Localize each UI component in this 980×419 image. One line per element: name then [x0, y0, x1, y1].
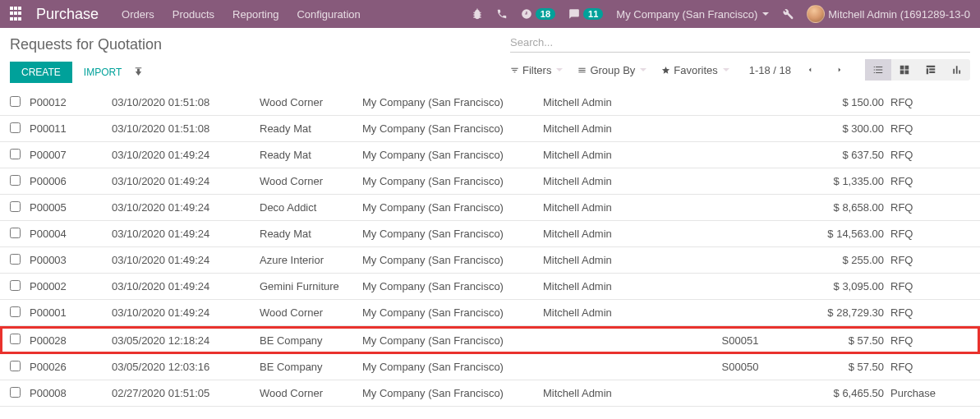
- cell-company: My Company (San Francisco): [362, 122, 543, 135]
- view-kanban[interactable]: [891, 59, 918, 81]
- cell-vendor: Ready Mat: [260, 122, 362, 135]
- row-checkbox[interactable]: [10, 254, 21, 265]
- table-row[interactable]: P0001103/10/2020 01:51:08Ready MatMy Com…: [0, 116, 980, 142]
- view-list[interactable]: [865, 59, 891, 81]
- menu-reporting[interactable]: Reporting: [232, 8, 278, 21]
- cell-representative: Mitchell Admin: [543, 201, 687, 214]
- activities-icon[interactable]: 18: [521, 8, 555, 20]
- cell-representative: Mitchell Admin: [543, 122, 687, 135]
- favorites-dropdown[interactable]: Favorites: [661, 64, 729, 76]
- cell-company: My Company (San Francisco): [362, 149, 543, 161]
- main-menu: Orders Products Reporting Configuration: [122, 8, 361, 21]
- create-button[interactable]: CREATE: [10, 62, 72, 83]
- cell-representative: Mitchell Admin: [543, 228, 687, 240]
- view-graph[interactable]: [944, 59, 970, 81]
- cell-total: $ 57.50: [794, 334, 884, 347]
- menu-products[interactable]: Products: [173, 8, 214, 21]
- row-checkbox[interactable]: [10, 228, 21, 238]
- debug-icon[interactable]: [782, 8, 794, 20]
- cell-total: $ 255.00: [794, 254, 884, 266]
- row-checkbox[interactable]: [10, 306, 21, 317]
- cell-status: RFQ: [884, 96, 951, 108]
- pager-next[interactable]: [829, 61, 850, 80]
- table-row[interactable]: P0000503/10/2020 01:49:24Deco AddictMy C…: [0, 195, 980, 221]
- cell-total: $ 3,095.00: [794, 280, 884, 292]
- menu-orders[interactable]: Orders: [122, 8, 154, 21]
- cell-company: My Company (San Francisco): [362, 361, 543, 373]
- chat-icon[interactable]: 11: [568, 8, 603, 20]
- cell-status: RFQ: [884, 149, 951, 161]
- cell-reference: P00007: [30, 149, 112, 161]
- cell-total: $ 8,658.00: [794, 201, 884, 214]
- menu-configuration[interactable]: Configuration: [297, 8, 360, 21]
- cell-vendor: BE Company: [260, 361, 362, 373]
- cell-reference: P00028: [30, 334, 112, 347]
- cell-source: S00051: [687, 334, 794, 347]
- view-pivot[interactable]: [918, 59, 944, 81]
- table-row[interactable]: P0000203/10/2020 01:49:24Gemini Furnitur…: [0, 274, 980, 300]
- cell-reference: P00002: [30, 280, 112, 292]
- cell-source: S00050: [687, 361, 794, 373]
- apps-icon[interactable]: [10, 7, 25, 21]
- row-checkbox[interactable]: [10, 201, 21, 212]
- cell-vendor: BE Company: [260, 334, 362, 347]
- phone-icon[interactable]: [496, 8, 508, 20]
- groupby-dropdown[interactable]: Group By: [577, 64, 646, 76]
- cell-company: My Company (San Francisco): [362, 175, 543, 187]
- search-input[interactable]: [510, 36, 970, 48]
- table-row[interactable]: P0000103/10/2020 01:49:24Wood CornerMy C…: [0, 300, 980, 326]
- cell-representative: Mitchell Admin: [543, 149, 687, 161]
- activities-badge: 18: [536, 8, 555, 20]
- cell-representative: Mitchell Admin: [543, 306, 687, 319]
- table-row[interactable]: P0000303/10/2020 01:49:24Azure InteriorM…: [0, 247, 980, 274]
- bug-icon[interactable]: [472, 8, 483, 20]
- row-checkbox[interactable]: [10, 361, 21, 371]
- table-row[interactable]: P0002803/05/2020 12:18:24BE CompanyMy Co…: [0, 326, 980, 354]
- cell-total: $ 1,335.00: [794, 175, 884, 187]
- user-menu[interactable]: Mitchell Admin (1691289-13-0: [807, 5, 970, 23]
- download-icon[interactable]: [133, 66, 144, 79]
- cell-vendor: Wood Corner: [260, 387, 362, 399]
- groupby-label: Group By: [590, 64, 635, 76]
- table-row[interactable]: P0000703/10/2020 01:49:24Ready MatMy Com…: [0, 142, 980, 168]
- row-checkbox[interactable]: [10, 96, 21, 107]
- cell-status: RFQ: [884, 175, 951, 187]
- row-checkbox[interactable]: [10, 149, 21, 159]
- cell-date: 02/27/2020 01:51:05: [112, 387, 260, 399]
- row-checkbox[interactable]: [10, 280, 21, 291]
- table-row[interactable]: P0000802/27/2020 01:51:05Wood CornerMy C…: [0, 380, 980, 407]
- cell-status: RFQ: [884, 306, 951, 319]
- app-name[interactable]: Purchase: [36, 6, 99, 23]
- table-row[interactable]: P0000403/10/2020 01:49:24Ready MatMy Com…: [0, 221, 980, 247]
- cell-company: My Company (San Francisco): [362, 387, 543, 399]
- cell-vendor: Wood Corner: [260, 175, 362, 187]
- caret-down-icon: [640, 68, 646, 71]
- company-switcher[interactable]: My Company (San Francisco): [616, 8, 769, 21]
- cell-reference: P00026: [30, 361, 112, 373]
- control-panel: Requests for Quotation CREATE IMPORT Fil…: [0, 28, 980, 83]
- user-name: Mitchell Admin (1691289-13-0: [828, 8, 970, 21]
- filters-dropdown[interactable]: Filters: [510, 64, 563, 76]
- cell-status: RFQ: [884, 201, 951, 214]
- cell-vendor: Ready Mat: [260, 149, 362, 161]
- table-row[interactable]: P0000603/10/2020 01:49:24Wood CornerMy C…: [0, 168, 980, 195]
- pager-prev[interactable]: [799, 61, 821, 80]
- cell-date: 03/10/2020 01:51:08: [112, 122, 260, 135]
- pager-value[interactable]: 1-18 / 18: [749, 64, 791, 76]
- caret-down-icon: [556, 68, 563, 71]
- cell-reference: P00005: [30, 201, 112, 214]
- row-checkbox[interactable]: [10, 175, 21, 186]
- row-checkbox[interactable]: [10, 387, 21, 398]
- cell-status: RFQ: [884, 280, 951, 292]
- import-button[interactable]: IMPORT: [84, 67, 122, 78]
- cell-reference: P00001: [30, 306, 112, 319]
- cell-date: 03/10/2020 01:49:24: [112, 201, 260, 214]
- cell-company: My Company (San Francisco): [362, 334, 543, 347]
- cell-reference: P00008: [30, 387, 112, 399]
- table-row[interactable]: P0002603/05/2020 12:03:16BE CompanyMy Co…: [0, 354, 980, 380]
- table-row[interactable]: P0001203/10/2020 01:51:08Wood CornerMy C…: [0, 90, 980, 116]
- row-checkbox[interactable]: [10, 334, 21, 344]
- systray: 18 11 My Company (San Francisco) Mitchel…: [472, 5, 970, 23]
- cell-date: 03/10/2020 01:49:24: [112, 280, 260, 292]
- row-checkbox[interactable]: [10, 122, 21, 133]
